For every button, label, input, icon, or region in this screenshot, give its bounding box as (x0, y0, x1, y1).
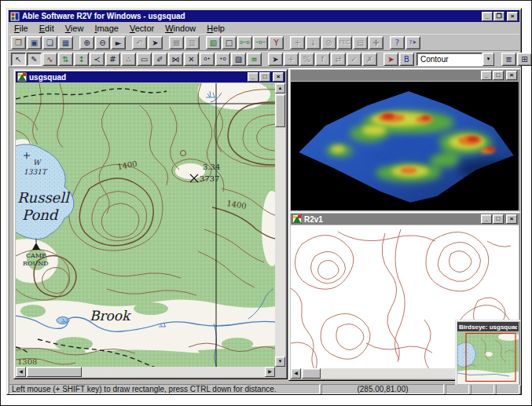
birdseye-titlebar[interactable]: Birdseye: usgsquad (457, 322, 519, 331)
vector-window-titlebar[interactable]: R2v1 _ □ × (291, 214, 519, 225)
start-node-button[interactable]: o• (200, 53, 215, 66)
drop-point-button[interactable]: ↓ (306, 36, 321, 49)
text-lines-button[interactable]: ≡ (247, 53, 262, 66)
ghost-function-button[interactable]: f (315, 53, 330, 66)
map-label-1331: 1331T (24, 168, 48, 176)
menu-view[interactable]: View (60, 23, 90, 34)
menu-window[interactable]: Window (160, 23, 201, 34)
combo-dropdown-icon[interactable]: ▼ (482, 53, 494, 66)
ghost-percent-button[interactable]: % (299, 53, 314, 66)
terrain-window-titlebar[interactable]: _ □ × (291, 70, 519, 81)
ghost-check-button[interactable]: ✓ (347, 53, 361, 66)
map-label-1308: 1308 (17, 357, 37, 366)
lower-elevation-button[interactable]: ↕ (74, 53, 89, 66)
select-tool-button[interactable]: ↖ (11, 53, 26, 66)
zoom-select-button[interactable]: ► (111, 36, 126, 49)
map-vscrollbar[interactable]: ▲ ▼ (275, 83, 285, 367)
status-coordinates: (285.00,81.00) (321, 384, 444, 394)
circle-tool-button[interactable]: ⊘ (321, 36, 336, 49)
birdseye-canvas[interactable]: ~~~ (457, 332, 519, 384)
fill-pattern-button[interactable]: ▨ (231, 53, 246, 66)
layer-combo[interactable]: Contour ▼ (416, 53, 494, 66)
map-hscroll-thumb[interactable] (27, 367, 82, 377)
vector-node-button[interactable]: ─o─ (253, 36, 268, 49)
image-display-button[interactable]: ▧ (206, 36, 221, 49)
menu-image[interactable]: Image (89, 23, 124, 34)
line-set-button[interactable]: ≣ (501, 53, 516, 66)
map-minimize-button[interactable]: _ (248, 72, 259, 82)
vector-close-button[interactable]: × (506, 214, 517, 224)
move-node-button[interactable]: # (105, 53, 120, 66)
move-point-button[interactable]: + (290, 36, 305, 49)
ghost-swap-button[interactable]: ⇄ (331, 53, 346, 66)
trace-line-button[interactable]: ∿ (42, 53, 57, 66)
terrain-3d-view[interactable] (291, 82, 519, 210)
map-label-334: 3.34 (203, 163, 220, 171)
map-scroll-left-icon[interactable]: ◀ (16, 367, 26, 377)
save-image-button[interactable]: ▣ (27, 36, 42, 49)
rectangle-tool-button[interactable]: ▭ (137, 53, 152, 66)
zoom-out-button[interactable]: ⊖ (95, 36, 110, 49)
vector-branch-button[interactable]: Y (269, 36, 284, 49)
map-scroll-up-icon[interactable]: ▲ (275, 83, 285, 93)
vector-hscroll-thumb[interactable] (302, 368, 321, 379)
layer-combo-value[interactable]: Contour (416, 53, 482, 66)
join-lines-button[interactable]: ⋈ (168, 53, 183, 66)
delete-button[interactable]: ✕ (184, 53, 199, 66)
image-process-button[interactable]: ▩ (169, 36, 184, 49)
contour-table-button[interactable]: ⊞ (517, 53, 532, 66)
vector-scroll-left-icon[interactable]: ◀ (291, 368, 301, 379)
label-text-button[interactable]: FEC (337, 36, 352, 49)
ghost-add-button[interactable]: + (284, 53, 299, 66)
menu-edit[interactable]: Edit (34, 23, 60, 34)
map-vscroll-thumb[interactable] (275, 94, 285, 127)
app-minimize-button[interactable]: _ (482, 12, 493, 21)
ghost-mark-button[interactable]: ✗ (362, 53, 377, 66)
app-restore-button[interactable]: ❐ (493, 12, 504, 21)
map-scroll-right-icon[interactable]: ▶ (265, 367, 275, 377)
terrain-close-button[interactable]: × (506, 71, 517, 80)
zoom-in-button[interactable]: ⊕ (79, 36, 94, 49)
map-canvas[interactable]: W 1331T Russell Pond CAMP ROUND 1400 140… (16, 83, 275, 368)
map-label-russell: Russell (17, 189, 71, 206)
pointer-button[interactable]: ➤ (148, 36, 163, 49)
pick-red-button[interactable]: ➤ (383, 53, 398, 66)
map-scroll-down-icon[interactable]: ▼ (275, 357, 285, 367)
menu-help[interactable]: Help (201, 23, 230, 34)
map-hscrollbar[interactable]: ◀ ▶ (16, 367, 275, 377)
birdseye-title: Birdseye: usgsquad (459, 324, 517, 331)
draw-line-button[interactable]: ✎ (27, 53, 42, 66)
edit-node-button[interactable]: ≺ (90, 53, 105, 66)
context-help-button[interactable]: ?➤ (405, 36, 420, 49)
menu-bar: FileEditViewImageVectorWindowHelp (9, 22, 519, 35)
open-project-button[interactable]: ❏ (42, 36, 57, 49)
vector-minimize-button[interactable]: _ (481, 214, 492, 224)
terrain-maximize-button[interactable]: □ (493, 71, 504, 80)
app-titlebar[interactable]: Able Software R2V for Windows - usgsquad… (9, 10, 519, 22)
pen-tool-button[interactable]: ✐ (152, 53, 167, 66)
terrain-minimize-button[interactable]: _ (481, 71, 492, 80)
app-icon (10, 12, 20, 21)
label-box-button[interactable]: ▤ (353, 36, 368, 49)
id-node-button[interactable]: ∴ (121, 53, 136, 66)
raise-elevation-button[interactable]: ⇅ (58, 53, 73, 66)
pick-arrow-button[interactable]: ➤ (268, 53, 283, 66)
image-frame-button[interactable]: □ (222, 36, 237, 49)
help-button[interactable]: ? (390, 36, 405, 49)
vector-maximize-button[interactable]: □ (493, 214, 504, 224)
image-crop-button[interactable]: ▥ (185, 36, 200, 49)
app-close-button[interactable]: × (507, 12, 518, 21)
save-project-button[interactable]: ▦ (58, 36, 73, 49)
map-close-button[interactable]: × (273, 72, 284, 82)
pick-blue-button[interactable]: B (399, 53, 414, 66)
vector-segment-button[interactable]: o─o (237, 36, 252, 49)
menu-vector[interactable]: Vector (124, 23, 160, 34)
map-window-titlebar[interactable]: usgsquad _ □ × (16, 71, 285, 82)
map-maximize-button[interactable]: □ (259, 72, 270, 82)
undo-button[interactable]: ↶ (132, 36, 147, 49)
toolbar-standard: ❐▣❏▦⊕⊖►↶➤▩▥▧□o─o─o─Y+↓⊘FEC▤✚??➤ (9, 34, 519, 51)
menu-file[interactable]: File (9, 23, 34, 34)
open-image-button[interactable]: ❐ (11, 36, 26, 49)
end-node-button[interactable]: •o (215, 53, 230, 66)
add-point-button[interactable]: ✚ (369, 36, 383, 49)
